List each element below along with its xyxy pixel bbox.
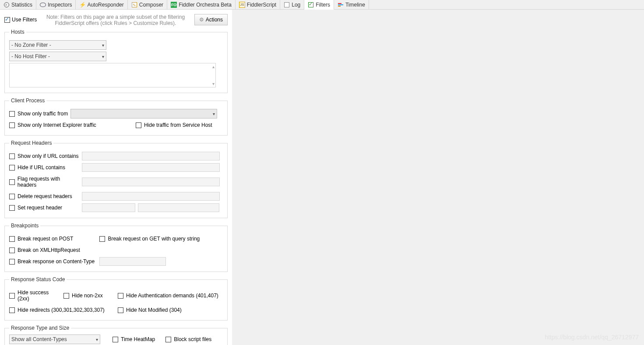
host-list-textarea[interactable]: ▴▾ <box>9 63 216 87</box>
tab-orchestra[interactable]: FOFiddler Orchestra Beta <box>167 0 236 9</box>
use-filters-label: Use Filters <box>12 17 37 23</box>
set-req-header-checkbox[interactable]: Set request header <box>9 205 79 211</box>
tab-label: Log <box>292 2 300 8</box>
use-filters-checkbox[interactable]: Use Filters <box>4 17 37 23</box>
show-url-contains-input[interactable] <box>82 152 220 160</box>
chevron-down-icon: ▾ <box>102 43 104 48</box>
host-filter-dropdown[interactable]: - No Host Filter -▾ <box>9 52 106 61</box>
label: Hide traffic from Service Host <box>144 122 212 128</box>
set-req-header-value-input[interactable] <box>138 203 219 212</box>
label: Set request header <box>18 205 62 211</box>
content-type-value: Show all Content-Types <box>11 336 67 342</box>
break-post-checkbox[interactable]: Break request on POST <box>9 236 73 242</box>
tab-label: Statistics <box>11 2 32 8</box>
timeline-icon <box>338 2 344 8</box>
hide-auth-checkbox[interactable]: Hide Authentication demands (401,407) <box>118 293 218 299</box>
label: Time HeatMap <box>121 336 155 342</box>
chevron-down-icon: ▾ <box>96 337 98 342</box>
response-status-group: Response Status Code Hide success (2xx) … <box>4 276 228 321</box>
response-type-size-group: Response Type and Size Show all Content-… <box>4 325 228 345</box>
typesize-legend: Response Type and Size <box>9 325 71 331</box>
tab-label: Filters <box>316 2 330 8</box>
flag-req-headers-input[interactable] <box>82 178 220 186</box>
request-headers-group: Request Headers Show only if URL contain… <box>4 140 228 218</box>
label: Hide non-2xx <box>72 293 103 299</box>
scroll-up-icon[interactable]: ▴ <box>212 64 215 69</box>
tab-statistics[interactable]: Statistics <box>0 0 36 9</box>
tab-log[interactable]: Log <box>280 0 304 9</box>
inspectors-icon <box>40 2 46 8</box>
tab-label: Timeline <box>345 2 365 8</box>
label: Show only if URL contains <box>18 153 79 159</box>
break-content-type-checkbox[interactable]: Break response on Content-Type <box>9 258 97 265</box>
delete-req-headers-checkbox[interactable]: Delete request headers <box>9 193 79 199</box>
log-icon <box>284 2 290 8</box>
show-only-traffic-from-checkbox[interactable]: Show only traffic from <box>9 111 68 117</box>
tab-label: AutoResponder <box>87 2 123 8</box>
set-req-header-name-input[interactable] <box>82 203 135 212</box>
zone-filter-dropdown[interactable]: - No Zone Filter -▾ <box>9 40 106 50</box>
tab-fiddlerscript[interactable]: JSFiddlerScript <box>236 0 280 9</box>
tab-composer[interactable]: Composer <box>128 0 167 9</box>
hosts-group: Hosts - No Zone Filter -▾ - No Host Filt… <box>4 29 228 93</box>
process-dropdown[interactable]: ▾ <box>70 109 217 118</box>
tab-label: Inspectors <box>48 2 72 8</box>
show-only-ie-checkbox[interactable]: Show only Internet Explorer traffic <box>9 122 96 128</box>
tab-autoresponder[interactable]: AutoResponder <box>76 0 127 9</box>
orchestra-icon: FO <box>171 2 177 8</box>
zone-filter-value: - No Zone Filter - <box>11 42 51 48</box>
delete-req-headers-input[interactable] <box>82 192 220 201</box>
chevron-down-icon: ▾ <box>102 54 104 59</box>
filters-icon <box>308 2 314 8</box>
actions-button[interactable]: Actions <box>194 14 228 25</box>
chevron-down-icon: ▾ <box>213 112 215 116</box>
content-type-dropdown[interactable]: Show all Content-Types▾ <box>9 335 100 344</box>
hide-redirects-checkbox[interactable]: Hide redirects (300,301,302,303,307) <box>9 307 116 313</box>
client-legend: Client Process <box>9 98 46 104</box>
tab-filters[interactable]: Filters <box>304 0 334 10</box>
block-script-checkbox[interactable]: Block script files <box>165 336 213 342</box>
tab-bar: Statistics Inspectors AutoResponder Comp… <box>0 0 644 10</box>
break-get-query-checkbox[interactable]: Break request on GET with query string <box>99 236 200 242</box>
hide-non-2xx-checkbox[interactable]: Hide non-2xx <box>63 293 116 299</box>
composer-icon <box>131 2 137 8</box>
break-content-type-input[interactable] <box>99 257 166 266</box>
watermark: https://blog.csdn.net/qq_26712977 <box>545 334 639 341</box>
hide-304-checkbox[interactable]: Hide Not Modified (304) <box>118 307 182 313</box>
hide-url-contains-checkbox[interactable]: Hide if URL contains <box>9 164 79 171</box>
flag-req-headers-checkbox[interactable]: Flag requests with headers <box>9 176 79 188</box>
scroll-down-icon[interactable]: ▾ <box>212 81 215 86</box>
label: Hide redirects (300,301,302,303,307) <box>18 307 105 313</box>
breakpoints-group: Breakpoints Break request on POST Break … <box>4 223 228 272</box>
fiddlerscript-icon: JS <box>239 2 245 8</box>
gear-icon <box>199 17 204 23</box>
tab-timeline[interactable]: Timeline <box>334 0 369 9</box>
label: Hide Authentication demands (401,407) <box>126 293 218 299</box>
time-heatmap-checkbox[interactable]: Time HeatMap <box>113 336 155 342</box>
label: Break response on Content-Type <box>18 258 95 265</box>
filters-note: Note: Filters on this page are a simple … <box>41 14 190 26</box>
hide-service-host-checkbox[interactable]: Hide traffic from Service Host <box>136 122 212 128</box>
label: Show only traffic from <box>18 111 68 117</box>
reqh-legend: Request Headers <box>9 140 53 146</box>
hide-2xx-checkbox[interactable]: Hide success (2xx) <box>9 289 62 302</box>
label: Hide success (2xx) <box>18 289 62 302</box>
tab-inspectors[interactable]: Inspectors <box>36 0 76 9</box>
label: Break request on GET with query string <box>108 236 200 242</box>
client-process-group: Client Process Show only traffic from ▾ … <box>4 98 228 136</box>
autoresponder-icon <box>79 2 85 8</box>
label: Break on XMLHttpRequest <box>18 247 80 253</box>
hide-url-contains-input[interactable] <box>82 163 220 172</box>
filters-pane: Use Filters Note: Filters on this page a… <box>0 10 232 345</box>
tab-label: Fiddler Orchestra Beta <box>179 2 232 8</box>
host-filter-value: - No Host Filter - <box>11 53 50 59</box>
tab-label: FiddlerScript <box>247 2 276 8</box>
label: Break request on POST <box>18 236 73 242</box>
checkbox-icon <box>4 17 10 23</box>
tab-label: Composer <box>139 2 163 8</box>
show-url-contains-checkbox[interactable]: Show only if URL contains <box>9 153 79 159</box>
break-xhr-checkbox[interactable]: Break on XMLHttpRequest <box>9 247 80 253</box>
label: Hide Not Modified (304) <box>126 307 182 313</box>
label: Block script files <box>174 336 211 342</box>
actions-label: Actions <box>206 17 223 23</box>
